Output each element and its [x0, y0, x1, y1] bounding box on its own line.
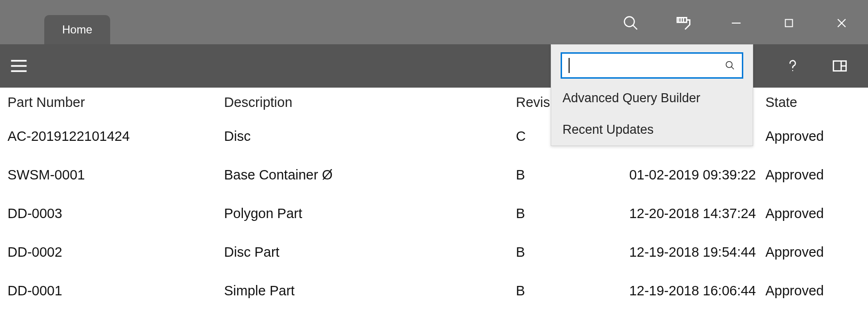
cell-part-number: AC-2019122101424 [8, 129, 224, 144]
table-row[interactable]: SWSM-0001Base Container ØB01-02-2019 09:… [0, 155, 868, 194]
cell-state: Approved [765, 129, 860, 144]
cell-description: Disc [224, 129, 516, 144]
search-input[interactable] [569, 58, 723, 73]
cell-revision: B [516, 283, 610, 299]
cell-description: Disc Part [224, 244, 516, 260]
cell-date: 12-20-2018 14:37:24 [610, 206, 765, 221]
cell-revision: B [516, 206, 610, 221]
cell-part-number: DD-0002 [8, 244, 224, 260]
menu-item-recent-updates[interactable]: Recent Updates [551, 114, 753, 146]
search-panel: Advanced Query Builder Recent Updates [551, 44, 753, 146]
tab-home-label: Home [62, 23, 92, 36]
layout-panel-icon[interactable] [816, 44, 863, 88]
minimize-icon[interactable] [710, 10, 763, 36]
cell-state: Approved [765, 283, 860, 299]
svg-line-17 [731, 67, 734, 70]
svg-rect-6 [785, 19, 792, 26]
search-icon[interactable] [723, 58, 737, 73]
cell-revision: B [516, 244, 610, 260]
col-header-description[interactable]: Description [224, 95, 516, 110]
search-global-icon[interactable] [604, 10, 657, 36]
cell-description: Base Container Ø [224, 167, 516, 183]
svg-line-1 [633, 25, 637, 30]
table-row[interactable]: DD-0003Polygon PartB12-20-2018 14:37:24A… [0, 194, 868, 233]
cell-part-number: DD-0003 [8, 206, 224, 221]
maximize-icon[interactable] [763, 10, 815, 36]
cell-part-number: DD-0001 [8, 283, 224, 299]
col-header-state[interactable]: State [765, 95, 860, 110]
menu-item-advanced-query[interactable]: Advanced Query Builder [551, 82, 753, 114]
window-controls [604, 0, 868, 44]
cell-date: 01-02-2019 09:39:22 [610, 167, 765, 183]
col-header-part-number[interactable]: Part Number [8, 95, 224, 110]
menu-item-label: Advanced Query Builder [563, 91, 700, 105]
help-icon[interactable] [769, 44, 816, 88]
cell-description: Simple Part [224, 283, 516, 299]
svg-point-0 [625, 17, 635, 27]
menu-item-label: Recent Updates [563, 122, 654, 137]
cell-date: 12-19-2018 19:54:44 [610, 244, 765, 260]
svg-point-12 [792, 70, 793, 71]
table-row[interactable]: DD-0001Simple PartB12-19-2018 16:06:44Ap… [0, 271, 868, 309]
cell-description: Polygon Part [224, 206, 516, 221]
toolbar-right [769, 44, 868, 88]
cell-state: Approved [765, 244, 860, 260]
cell-state: Approved [765, 206, 860, 221]
cell-revision: B [516, 167, 610, 183]
cell-part-number: SWSM-0001 [8, 167, 224, 183]
cell-date: 12-19-2018 16:06:44 [610, 283, 765, 299]
cell-state: Approved [765, 167, 860, 183]
text-cursor [569, 58, 570, 73]
search-box[interactable] [561, 52, 743, 79]
title-bar: Home [0, 0, 868, 44]
tab-home[interactable]: Home [44, 15, 110, 44]
close-icon[interactable] [815, 10, 868, 36]
barcode-scanner-icon[interactable] [657, 10, 710, 36]
table-row[interactable]: DD-0002Disc PartB12-19-2018 19:54:44Appr… [0, 233, 868, 271]
menu-button[interactable] [0, 44, 38, 88]
